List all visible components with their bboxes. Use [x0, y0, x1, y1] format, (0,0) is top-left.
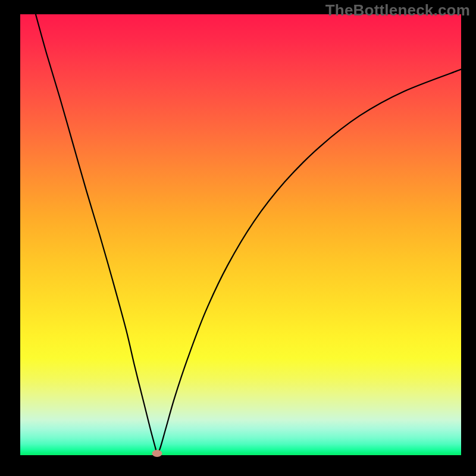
chart-plot-area	[20, 14, 461, 455]
bottleneck-curve	[20, 14, 461, 455]
watermark-text: TheBottleneck.com	[325, 1, 470, 20]
optimum-marker	[152, 450, 162, 457]
